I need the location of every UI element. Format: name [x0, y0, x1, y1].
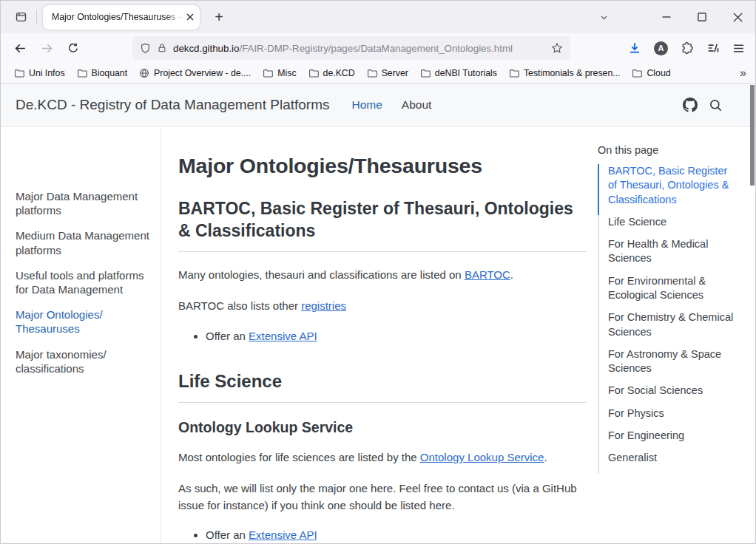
toolbar-right-icons: A [628, 41, 755, 55]
new-tab-button[interactable]: + [207, 5, 231, 29]
extensions-puzzle-icon[interactable] [681, 41, 694, 55]
paragraph-text: Many ontologies, thesauri and classifica… [178, 268, 465, 281]
feature-list: Offer an Extensive API [178, 328, 587, 345]
folder-icon [263, 68, 273, 78]
bookmark-label: Project Overview - de.... [154, 68, 251, 78]
toc-item-physics[interactable]: For Physics [598, 407, 735, 429]
toc-item-life-science[interactable]: Life Science [598, 215, 735, 237]
paragraph-text: . [544, 451, 547, 463]
back-arrow-icon [14, 42, 27, 55]
toc-item-health-medical[interactable]: For Health & Medical Sciences [598, 237, 735, 274]
bookmarks-overflow-chevron[interactable]: » [740, 67, 746, 80]
reload-button[interactable] [61, 36, 85, 60]
bartoc-heading: BARTOC, Basic Register of Thesauri, Onto… [178, 197, 587, 242]
toc-item-social-sciences[interactable]: For Social Sciences [598, 384, 735, 406]
page-viewport: De.KCD - Registry of Data Management Pla… [1, 84, 755, 543]
url-text[interactable]: dekcd.github.io/FAIR-DMP-Registry/pages/… [173, 43, 545, 54]
toc-item-chemistry[interactable]: For Chemistry & Chemical Sciences [598, 310, 735, 347]
sidebar-item-major-taxonomies[interactable]: Major taxonomies/​classifications [16, 347, 150, 375]
folder-icon [77, 68, 87, 78]
paragraph: As such, we will list only the major one… [178, 480, 587, 514]
sidebar-item-medium-dmp[interactable]: Medium Data Management platforms [16, 228, 150, 256]
forward-button[interactable] [35, 36, 58, 60]
bookmark-folder-denbi-tutorials[interactable]: deNBI Tutorials [414, 64, 503, 82]
bookmark-folder-misc[interactable]: Misc [257, 64, 302, 82]
nav-link-home[interactable]: Home [352, 98, 382, 112]
sidebar-item-major-ontologies[interactable]: Major Ontologies/​Thesauruses [16, 307, 150, 336]
list-all-tabs-button[interactable] [591, 4, 616, 30]
page-scrollbar-thumb[interactable] [750, 85, 755, 186]
search-icon[interactable] [709, 98, 723, 112]
extensive-api-link[interactable]: Extensive API [249, 528, 317, 541]
chevron-down-icon [599, 13, 609, 22]
nav-link-about[interactable]: About [402, 98, 432, 112]
bookmark-label: de.KCD [323, 68, 355, 78]
toc-item-astronomy[interactable]: For Astronomy & Space Sciences [598, 347, 735, 384]
sidebar-item-useful-tools[interactable]: Useful tools and platforms for Data Mana… [16, 268, 150, 296]
tabbar-right-controls [591, 1, 755, 33]
sidebar-item-major-dmp[interactable]: Major Data Management platforms [16, 189, 150, 217]
downloads-button[interactable] [628, 41, 641, 55]
tracking-shield-icon[interactable] [140, 43, 151, 54]
tab-bar: Major Ontologies/Thesauruses – De + [1, 1, 755, 33]
folder-icon [14, 68, 24, 78]
back-button[interactable] [8, 36, 32, 60]
extensive-api-link[interactable]: Extensive API [249, 330, 317, 342]
close-window-button[interactable] [720, 1, 755, 33]
bookmark-folder-dekcd[interactable]: de.KCD [303, 64, 361, 82]
github-icon[interactable] [683, 98, 698, 112]
folder-icon [367, 68, 377, 78]
folder-icon [308, 68, 319, 78]
site-header: De.KCD - Registry of Data Management Pla… [1, 84, 755, 127]
ontology-lookup-service-link[interactable]: Ontology Lookup Service [420, 451, 544, 463]
extension-a-badge[interactable]: A [654, 41, 668, 55]
tab-close-icon[interactable] [186, 13, 194, 21]
left-sidebar: Major Data Management platforms Medium D… [1, 127, 161, 543]
bookmark-folder-bioquant[interactable]: Bioquant [71, 64, 134, 82]
maximize-icon [698, 13, 706, 21]
minimize-button[interactable] [649, 1, 684, 33]
paragraph-text: Most ontologies for life sciences are li… [178, 451, 420, 463]
toc-item-bartoc[interactable]: BARTOC, Basic Register of Thesauri, Onto… [598, 164, 735, 215]
bookmark-label: Server [382, 68, 408, 78]
paragraph: BARTOC also lists other registries [178, 298, 587, 315]
list-item-text: Offer an [206, 528, 249, 541]
paragraph: Many ontologies, thesauri and classifica… [178, 267, 587, 284]
bookmark-label: Testimonials & presen... [524, 68, 621, 78]
url-bar[interactable]: dekcd.github.io/FAIR-DMP-Registry/pages/… [132, 36, 570, 60]
bookmark-project-overview[interactable]: Project Overview - de.... [133, 64, 257, 82]
tab-title: Major Ontologies/Thesauruses – De [52, 12, 183, 22]
bookmark-folder-cloud[interactable]: Cloud [626, 64, 676, 82]
toc-item-environmental[interactable]: For Environmental & Ecological Sciences [598, 274, 735, 311]
bookmark-folder-server[interactable]: Server [361, 64, 414, 82]
on-this-page-toc: On this page BARTOC, Basic Register of T… [598, 127, 742, 543]
bartoc-link[interactable]: BARTOC [465, 268, 510, 281]
folder-icon [632, 68, 642, 78]
browser-tab[interactable]: Major Ontologies/Thesauruses – De [43, 5, 200, 30]
registries-link[interactable]: registries [301, 299, 346, 312]
bookmark-folder-uni-infos[interactable]: Uni Infos [8, 64, 71, 82]
globe-icon [139, 68, 149, 78]
site-nav: Home About [352, 98, 432, 112]
hamburger-menu-icon[interactable] [732, 42, 745, 55]
sidebars-button-icon[interactable] [706, 41, 720, 55]
page-title: Major Ontologies/Thesauruses [178, 154, 587, 178]
maximize-button[interactable] [684, 1, 720, 33]
paragraph: Most ontologies for life sciences are li… [178, 449, 587, 466]
forward-arrow-icon [41, 42, 53, 55]
reload-icon [67, 42, 79, 54]
lock-icon[interactable] [157, 43, 167, 53]
navigation-toolbar: dekcd.github.io/FAIR-DMP-Registry/pages/… [1, 33, 755, 63]
firefox-view-button[interactable] [8, 4, 33, 30]
paragraph-text: BARTOC also lists other [178, 299, 301, 312]
plus-icon: + [215, 9, 223, 26]
minimize-icon [662, 13, 671, 21]
toc-item-engineering[interactable]: For Engineering [598, 429, 735, 451]
bookmark-label: Cloud [647, 68, 670, 78]
ols-heading: Ontology Lookup Service [178, 419, 587, 436]
toc-item-generalist[interactable]: Generalist [598, 451, 735, 473]
bookmark-folder-testimonials[interactable]: Testimonials & presen... [503, 64, 627, 82]
life-science-heading: Life Science [178, 370, 587, 393]
browser-window: Major Ontologies/Thesauruses – De + [0, 0, 756, 544]
bookmark-star-icon[interactable] [551, 42, 563, 54]
